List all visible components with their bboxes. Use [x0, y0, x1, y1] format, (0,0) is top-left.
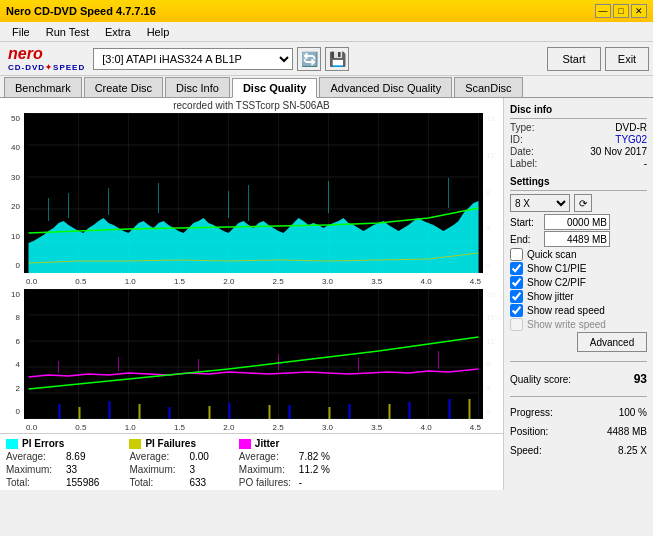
speed-refresh-icon[interactable]: ⟳: [574, 194, 592, 212]
quality-divider: [510, 361, 647, 362]
refresh-icon-button[interactable]: 🔄: [297, 47, 321, 71]
tab-create-disc[interactable]: Create Disc: [84, 77, 163, 97]
main-content: recorded with TSSTcorp SN-506AB 50 40 30…: [0, 98, 653, 490]
pi-failures-average-row: Average: 0.00: [129, 451, 208, 462]
show-read-speed-checkbox[interactable]: [510, 304, 523, 317]
jitter-average-row: Average: 7.82 %: [239, 451, 330, 462]
close-button[interactable]: ✕: [631, 4, 647, 18]
disc-info-section: Disc info Type: DVD-R ID: TYG02 Date: 30…: [510, 104, 647, 170]
show-write-speed-checkbox[interactable]: [510, 318, 523, 331]
settings-title: Settings: [510, 176, 647, 187]
svg-rect-52: [389, 404, 391, 419]
speed-row-quality: Speed: 8.25 X: [510, 445, 647, 456]
label-row: Label: -: [510, 158, 647, 169]
jitter-max-row: Maximum: 11.2 %: [239, 464, 330, 475]
start-input[interactable]: [544, 214, 610, 230]
advanced-btn-container: Advanced: [510, 332, 647, 352]
pi-failures-max-row: Maximum: 3: [129, 464, 208, 475]
tab-bar: Benchmark Create Disc Disc Info Disc Qua…: [0, 76, 653, 98]
titlebar: Nero CD-DVD Speed 4.7.7.16 — □ ✕: [0, 0, 653, 22]
minimize-button[interactable]: —: [595, 4, 611, 18]
quick-scan-checkbox[interactable]: [510, 248, 523, 261]
tab-disc-info[interactable]: Disc Info: [165, 77, 230, 97]
bottom-y-axis-left: 10 8 6 4 2 0: [2, 289, 22, 417]
svg-rect-47: [79, 407, 81, 419]
quick-scan-row: Quick scan: [510, 248, 647, 261]
end-input[interactable]: [544, 231, 610, 247]
bottom-x-axis: 0.0 0.5 1.0 1.5 2.0 2.5 3.0 3.5 4.0 4.5: [24, 422, 483, 433]
nero-logo-graphic: nero CD-DVD✦SPEED: [8, 45, 85, 72]
nero-logo: nero CD-DVD✦SPEED: [4, 43, 89, 74]
svg-rect-43: [289, 405, 291, 419]
menu-help[interactable]: Help: [139, 24, 178, 40]
disc-info-divider: [510, 118, 647, 119]
progress-row: Progress: 100 %: [510, 407, 647, 418]
titlebar-controls: — □ ✕: [595, 4, 647, 18]
bottom-chart-container: 0.0 0.5 1.0 1.5 2.0 2.5 3.0 3.5 4.0 4.5: [24, 289, 483, 433]
save-icon-button[interactable]: 💾: [325, 47, 349, 71]
date-row: Date: 30 Nov 2017: [510, 146, 647, 157]
show-write-speed-row: Show write speed: [510, 318, 647, 331]
top-x-axis: 0.0 0.5 1.0 1.5 2.0 2.5 3.0 3.5 4.0 4.5: [24, 276, 483, 287]
toolbar: nero CD-DVD✦SPEED [3:0] ATAPI iHAS324 A …: [0, 42, 653, 76]
svg-rect-50: [269, 405, 271, 419]
show-jitter-row: Show jitter: [510, 290, 647, 303]
disc-info-title: Disc info: [510, 104, 647, 115]
show-c2pif-row: Show C2/PIF: [510, 276, 647, 289]
svg-marker-15: [29, 201, 479, 273]
exit-button[interactable]: Exit: [605, 47, 649, 71]
svg-rect-53: [469, 399, 471, 419]
speed-combo[interactable]: 8 X: [510, 194, 570, 212]
menu-file[interactable]: File: [4, 24, 38, 40]
svg-rect-49: [209, 406, 211, 419]
svg-rect-46: [449, 399, 451, 419]
menubar: File Run Test Extra Help: [0, 22, 653, 42]
tab-benchmark[interactable]: Benchmark: [4, 77, 82, 97]
titlebar-title: Nero CD-DVD Speed 4.7.7.16: [6, 5, 156, 17]
show-c1pie-row: Show C1/PIE: [510, 262, 647, 275]
drive-select-area: [3:0] ATAPI iHAS324 A BL1P: [93, 48, 293, 70]
top-chart-wrapper: 50 40 30 20 10 0 16 12 8 4 0: [2, 113, 501, 287]
jitter-color-box: [239, 439, 251, 449]
tab-scan-disc[interactable]: ScanDisc: [454, 77, 522, 97]
tab-advanced-disc-quality[interactable]: Advanced Disc Quality: [319, 77, 452, 97]
pi-errors-color-box: [6, 439, 18, 449]
pi-failures-color-box: [129, 439, 141, 449]
maximize-button[interactable]: □: [613, 4, 629, 18]
jitter-po-row: PO failures: -: [239, 477, 330, 488]
menu-run-test[interactable]: Run Test: [38, 24, 97, 40]
progress-divider: [510, 396, 647, 397]
tab-disc-quality[interactable]: Disc Quality: [232, 78, 318, 98]
nero-text: nero: [8, 45, 43, 63]
svg-rect-45: [409, 402, 411, 419]
jitter-title: Jitter: [239, 438, 330, 449]
right-panel: Disc info Type: DVD-R ID: TYG02 Date: 30…: [503, 98, 653, 490]
show-jitter-checkbox[interactable]: [510, 290, 523, 303]
pi-failures-total-row: Total: 633: [129, 477, 208, 488]
show-c2pif-checkbox[interactable]: [510, 276, 523, 289]
id-row: ID: TYG02: [510, 134, 647, 145]
top-chart-svg: [24, 113, 483, 273]
start-button[interactable]: Start: [547, 47, 601, 71]
settings-divider: [510, 190, 647, 191]
pi-errors-max-row: Maximum: 33: [6, 464, 99, 475]
legend-area: PI Errors Average: 8.69 Maximum: 33 Tota…: [0, 433, 503, 490]
show-c1pie-checkbox[interactable]: [510, 262, 523, 275]
top-chart-container: 0.0 0.5 1.0 1.5 2.0 2.5 3.0 3.5 4.0 4.5: [24, 113, 483, 287]
quality-score-row: Quality score: 93: [510, 372, 647, 386]
bottom-y-axis-right: 20 16 12 8 4 0: [485, 289, 501, 417]
position-row: Position: 4488 MB: [510, 426, 647, 437]
pi-errors-total-row: Total: 155986: [6, 477, 99, 488]
menu-extra[interactable]: Extra: [97, 24, 139, 40]
pi-failures-title: PI Failures: [129, 438, 208, 449]
svg-rect-51: [329, 407, 331, 419]
svg-rect-41: [169, 407, 171, 419]
show-read-speed-row: Show read speed: [510, 304, 647, 317]
top-y-axis-right: 16 12 8 4 0: [485, 113, 501, 271]
advanced-button[interactable]: Advanced: [577, 332, 647, 352]
speed-row: 8 X ⟳: [510, 194, 647, 212]
chart-area: recorded with TSSTcorp SN-506AB 50 40 30…: [0, 98, 503, 490]
legend-jitter: Jitter Average: 7.82 % Maximum: 11.2 % P…: [239, 438, 330, 490]
svg-rect-39: [59, 404, 61, 419]
drive-combo[interactable]: [3:0] ATAPI iHAS324 A BL1P: [93, 48, 293, 70]
